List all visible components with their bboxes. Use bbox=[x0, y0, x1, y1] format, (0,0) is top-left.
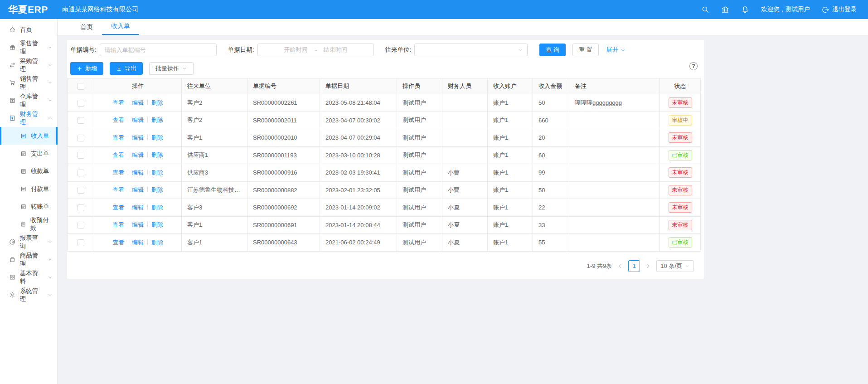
bill-date-label: 单据日期: bbox=[228, 46, 254, 54]
status-badge: 未审核 bbox=[669, 97, 692, 108]
edit-link[interactable]: 编辑 bbox=[132, 204, 144, 211]
edit-link[interactable]: 编辑 bbox=[132, 239, 144, 246]
table-row: 查看编辑删除客户1SR000000006432021-06-02 00:24:4… bbox=[68, 234, 701, 252]
page-number-current[interactable]: 1 bbox=[628, 260, 640, 272]
sidebar-item-transfer-bill[interactable]: 转账单 bbox=[0, 198, 57, 215]
view-link[interactable]: 查看 bbox=[112, 99, 124, 106]
app-logo: 华夏ERP bbox=[0, 3, 58, 16]
sidebar-item-sales[interactable]: 销售管理 bbox=[0, 74, 57, 92]
delete-link[interactable]: 删除 bbox=[151, 221, 163, 228]
cell-finance-person: 小夏 bbox=[442, 234, 488, 252]
sidebar-item-goods[interactable]: 商品管理 bbox=[0, 251, 57, 268]
cell-operator: 测试用户 bbox=[397, 181, 442, 199]
sidebar-item-income-bill[interactable]: 收入单 bbox=[0, 127, 57, 145]
view-link[interactable]: 查看 bbox=[112, 169, 124, 176]
chevron-down-icon bbox=[48, 257, 53, 262]
expand-link[interactable]: 展开 bbox=[606, 46, 626, 54]
sidebar-item-purchase[interactable]: 采购管理 bbox=[0, 56, 57, 74]
tab-home[interactable]: 首页 bbox=[71, 19, 102, 35]
help-icon[interactable]: ? bbox=[689, 62, 698, 70]
view-link[interactable]: 查看 bbox=[112, 204, 124, 211]
delete-link[interactable]: 删除 bbox=[151, 117, 163, 123]
download-icon bbox=[116, 66, 122, 72]
cell-income-account: 账户1 bbox=[488, 181, 533, 199]
select-all-checkbox[interactable] bbox=[78, 83, 84, 90]
notification-bell-icon[interactable] bbox=[741, 5, 749, 14]
logout-button[interactable]: 退出登录 bbox=[822, 5, 857, 14]
edit-link[interactable]: 编辑 bbox=[132, 99, 144, 106]
sidebar-item-system[interactable]: 系统管理 bbox=[0, 286, 57, 304]
delete-link[interactable]: 删除 bbox=[151, 186, 163, 193]
delete-link[interactable]: 删除 bbox=[151, 99, 163, 106]
view-link[interactable]: 查看 bbox=[112, 134, 124, 141]
cell-income-account: 账户1 bbox=[488, 216, 533, 234]
bill-no-input[interactable] bbox=[100, 44, 217, 56]
cell-partner: 客户1 bbox=[182, 234, 247, 252]
row-select-cell bbox=[68, 234, 94, 252]
expand-link-label: 展开 bbox=[606, 46, 619, 54]
sidebar-item-home[interactable]: 首页 bbox=[0, 21, 57, 39]
row-checkbox[interactable] bbox=[78, 222, 84, 228]
table-row: 查看编辑删除客户2SR000000022612023-05-08 21:48:0… bbox=[68, 94, 701, 112]
search-button[interactable]: 查 询 bbox=[539, 44, 566, 56]
date-range-picker[interactable]: 开始时间 ~ 结束时间 bbox=[257, 44, 374, 56]
sidebar-item-warehouse[interactable]: 仓库管理 bbox=[0, 92, 57, 109]
sidebar-item-finance[interactable]: 财务管理 bbox=[0, 109, 57, 127]
partner-select[interactable] bbox=[414, 44, 528, 56]
edit-link[interactable]: 编辑 bbox=[132, 151, 144, 158]
cell-remark bbox=[569, 234, 660, 252]
export-button[interactable]: 导出 bbox=[110, 62, 143, 75]
row-checkbox[interactable] bbox=[78, 170, 84, 176]
sidebar-item-retail[interactable]: 零售管理 bbox=[0, 39, 57, 56]
row-checkbox[interactable] bbox=[78, 152, 84, 159]
edit-link[interactable]: 编辑 bbox=[132, 117, 144, 123]
sidebar-item-expense-bill[interactable]: 支出单 bbox=[0, 145, 57, 162]
edit-link[interactable]: 编辑 bbox=[132, 221, 144, 228]
reset-button[interactable]: 重 置 bbox=[572, 44, 599, 56]
delete-link[interactable]: 删除 bbox=[151, 239, 163, 246]
delete-link[interactable]: 删除 bbox=[151, 151, 163, 158]
row-checkbox[interactable] bbox=[78, 239, 84, 246]
platform-icon[interactable] bbox=[721, 5, 729, 14]
page-size-select[interactable]: 10 条/页 bbox=[656, 260, 694, 272]
next-page-button[interactable] bbox=[645, 262, 652, 270]
delete-link[interactable]: 删除 bbox=[151, 204, 163, 211]
delete-link[interactable]: 删除 bbox=[151, 134, 163, 141]
batch-operations-button[interactable]: 批量操作 bbox=[149, 62, 194, 75]
edit-link[interactable]: 编辑 bbox=[132, 186, 144, 193]
sidebar-item-payment-bill[interactable]: 付款单 bbox=[0, 180, 57, 198]
cell-partner: 客户2 bbox=[182, 94, 247, 112]
row-checkbox[interactable] bbox=[78, 100, 84, 107]
add-button[interactable]: 新增 bbox=[70, 62, 103, 75]
delete-link[interactable]: 删除 bbox=[151, 169, 163, 176]
search-icon[interactable] bbox=[701, 5, 709, 14]
row-checkbox[interactable] bbox=[78, 204, 84, 211]
cell-actions: 查看编辑删除 bbox=[94, 94, 182, 112]
view-link[interactable]: 查看 bbox=[112, 186, 124, 193]
edit-link[interactable]: 编辑 bbox=[132, 134, 144, 141]
row-select-cell bbox=[68, 129, 94, 147]
sidebar-item-receipt-bill[interactable]: 收款单 bbox=[0, 162, 57, 180]
pagination: 1-9 共9条 1 10 条/页 bbox=[67, 252, 704, 272]
row-checkbox[interactable] bbox=[78, 135, 84, 141]
toolbar: 新增 导出 批量操作 ? bbox=[67, 56, 704, 75]
view-link[interactable]: 查看 bbox=[112, 239, 124, 246]
view-link[interactable]: 查看 bbox=[112, 151, 124, 158]
partner-label: 往来单位: bbox=[385, 46, 412, 54]
sidebar-item-advance-receipt[interactable]: 收预付款 bbox=[0, 215, 57, 233]
prev-page-button[interactable] bbox=[616, 262, 624, 270]
row-checkbox[interactable] bbox=[78, 187, 84, 194]
sidebar-item-reports[interactable]: 报表查询 bbox=[0, 233, 57, 251]
sidebar-item-label: 收入单 bbox=[31, 132, 49, 140]
cell-operator: 测试用户 bbox=[397, 216, 442, 234]
edit-link[interactable]: 编辑 bbox=[132, 169, 144, 176]
row-checkbox[interactable] bbox=[78, 117, 84, 124]
action-divider bbox=[147, 222, 148, 227]
cell-bill-no: SR00000002011 bbox=[247, 112, 320, 129]
cell-finance-person bbox=[442, 112, 488, 129]
view-link[interactable]: 查看 bbox=[112, 221, 124, 228]
tab-income-bill[interactable]: 收入单 bbox=[102, 19, 139, 35]
column-header: 单据日期 bbox=[320, 78, 397, 94]
sidebar-item-basic-data[interactable]: 基本资料 bbox=[0, 268, 57, 286]
view-link[interactable]: 查看 bbox=[112, 117, 124, 123]
